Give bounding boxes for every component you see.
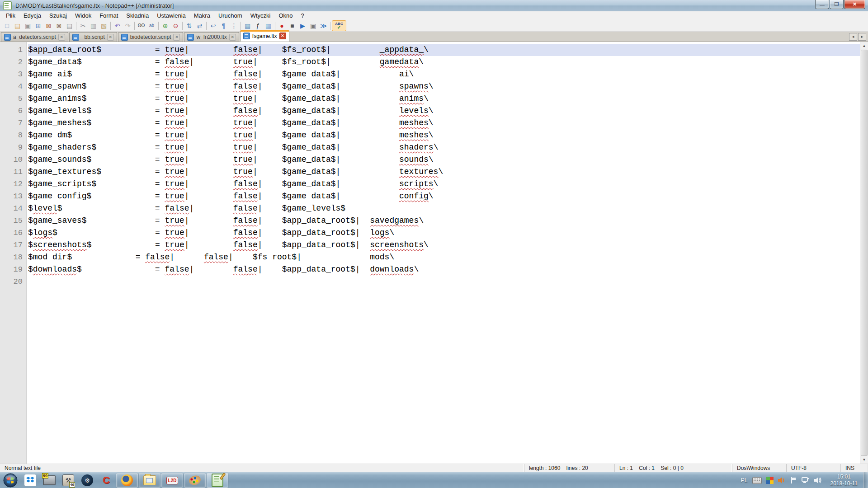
notepad-plus-plus-window-icon[interactable]	[3, 1, 12, 10]
line-text[interactable]	[28, 276, 860, 288]
minimize-button[interactable]: —	[815, 0, 829, 9]
menu-item-okno[interactable]: Okno	[274, 12, 297, 19]
editor-line[interactable]: 3$game_ai$ = true| false| $game_data$| a…	[0, 68, 860, 80]
menu-item-uruchom[interactable]: Uruchom	[214, 12, 246, 19]
editor-line[interactable]: 18$mod_dir$ = false| false| $fs_root$| m…	[0, 251, 860, 263]
action-center-flag-icon[interactable]	[791, 477, 797, 484]
tab-close-icon[interactable]: ✕	[279, 33, 286, 39]
close-button[interactable]: ✕	[844, 0, 865, 9]
editor[interactable]: 1$app_data_root$ = true| false| $fs_root…	[0, 42, 868, 464]
line-text[interactable]: $game_spawn$ = true| false| $game_data$|…	[28, 80, 860, 93]
menu-item-?[interactable]: ?	[297, 12, 308, 19]
menu-item-edycja[interactable]: Edycja	[19, 12, 45, 19]
save-icon[interactable]: ▣	[23, 21, 33, 31]
line-text[interactable]: $game_sounds$ = true| true| $game_data$|…	[28, 154, 860, 166]
macro-run-multiple-icon[interactable]: ≫	[318, 21, 329, 31]
scroll-down-arrow[interactable]: ▼	[860, 456, 868, 464]
paint-app-icon[interactable]	[184, 473, 206, 488]
print-icon[interactable]: ▤	[64, 21, 75, 31]
editor-line[interactable]: 17$screenshots$ = true| false| $app_data…	[0, 239, 860, 251]
ccleaner-icon[interactable]: C	[97, 473, 115, 488]
tool-gauge-icon[interactable]: ⚒46	[59, 473, 77, 488]
start-button[interactable]	[1, 473, 19, 488]
macro-save-icon[interactable]: ▣	[308, 21, 318, 31]
paste-icon[interactable]: ▧	[99, 21, 109, 31]
tab-scroll-left-icon[interactable]: ◄	[849, 33, 857, 41]
language-indicator[interactable]: PL	[741, 477, 748, 483]
word-wrap-icon[interactable]: ↩	[208, 21, 218, 31]
menu-item-wtyczki[interactable]: Wtyczki	[246, 12, 275, 19]
firefox-icon[interactable]	[116, 473, 138, 488]
editor-line[interactable]: 15$game_saves$ = true| false| $app_data_…	[0, 215, 860, 227]
keyboard-icon[interactable]	[752, 477, 762, 484]
macro-play-icon[interactable]: ▶	[297, 21, 308, 31]
redo-icon[interactable]: ↷	[123, 21, 133, 31]
menu-item-widok[interactable]: Widok	[71, 12, 95, 19]
l2d-icon[interactable]: L2D	[161, 473, 183, 488]
cut-icon[interactable]: ✂	[78, 21, 88, 31]
code-area[interactable]: 1$app_data_root$ = true| false| $fs_root…	[0, 44, 860, 288]
menu-item-plik[interactable]: Plik	[2, 12, 19, 19]
tab-fsgame-ltx[interactable]: fsgame.ltx✕	[240, 30, 289, 42]
monitor-icon[interactable]: ▦	[263, 21, 274, 31]
system-meter-icon[interactable]: 99	[40, 473, 58, 488]
tab-close-icon[interactable]: ✕	[173, 34, 180, 41]
zoom-out-icon[interactable]: ⊖	[170, 21, 181, 31]
taskbar-clock[interactable]: 15:012018-10-11	[827, 474, 862, 487]
media-volume-icon[interactable]	[778, 477, 786, 484]
tab-a-detectors-script[interactable]: a_detectors.script✕	[1, 32, 68, 42]
editor-line[interactable]: 7$game_meshes$ = true| true| $game_data$…	[0, 117, 860, 129]
close-all-icon[interactable]: ⊠	[54, 21, 64, 31]
editor-line[interactable]: 14$level$ = false| false| $game_levels$	[0, 202, 860, 215]
line-text[interactable]: $game_meshes$ = true| true| $game_data$|…	[28, 117, 860, 129]
tab--bb-script[interactable]: _bb.script✕	[69, 32, 117, 42]
tab-close-icon[interactable]: ✕	[107, 34, 114, 41]
find-icon[interactable]: ʘʘ	[136, 21, 146, 31]
line-text[interactable]: $game_anims$ = true| true| $game_data$| …	[28, 93, 860, 105]
indent-guide-icon[interactable]: ⋮	[229, 21, 239, 31]
new-file-icon[interactable]: □	[2, 21, 12, 31]
scroll-up-arrow[interactable]: ▲	[860, 42, 868, 50]
line-text[interactable]: $game_scripts$ = true| false| $game_data…	[28, 178, 860, 190]
line-text[interactable]: $game_config$ = true| false| $game_data$…	[28, 190, 860, 202]
replace-icon[interactable]: ab	[146, 21, 157, 31]
line-text[interactable]: $game_textures$ = true| true| $game_data…	[28, 166, 860, 178]
line-text[interactable]: $level$ = false| false| $game_levels$	[28, 202, 860, 215]
line-text[interactable]: $mod_dir$ = false| false| $fs_root$| mod…	[28, 251, 860, 263]
editor-line[interactable]: 13$game_config$ = true| false| $game_dat…	[0, 190, 860, 202]
line-text[interactable]: $game_saves$ = true| false| $app_data_ro…	[28, 215, 860, 227]
line-text[interactable]: $logs$ = true| false| $app_data_root$| l…	[28, 227, 860, 239]
line-text[interactable]: $app_data_root$ = true| false| $fs_root$…	[28, 44, 860, 56]
doc-map-icon[interactable]: ▦	[242, 21, 253, 31]
menu-item-makra[interactable]: Makra	[190, 12, 214, 19]
menu-item-ustawienia[interactable]: Ustawienia	[153, 12, 190, 19]
close-icon[interactable]: ⊠	[43, 21, 54, 31]
vertical-scrollbar[interactable]: ▲ ▼	[860, 42, 868, 464]
editor-line[interactable]: 10$game_sounds$ = true| true| $game_data…	[0, 154, 860, 166]
copy-icon[interactable]: ▥	[88, 21, 99, 31]
editor-line[interactable]: 5$game_anims$ = true| true| $game_data$|…	[0, 93, 860, 105]
menu-item-skadnia[interactable]: Składnia	[122, 12, 153, 19]
editor-line[interactable]: 19$downloads$ = false| false| $app_data_…	[0, 263, 860, 276]
editor-line[interactable]: 16$logs$ = true| false| $app_data_root$|…	[0, 227, 860, 239]
undo-icon[interactable]: ↶	[112, 21, 123, 31]
scrollbar-thumb[interactable]	[861, 50, 868, 456]
show-all-chars-icon[interactable]: ¶	[218, 21, 229, 31]
editor-line[interactable]: 2$game_data$ = false| true| $fs_root$| g…	[0, 56, 860, 68]
spell-check-icon[interactable]: ABC✓	[332, 20, 346, 31]
editor-line[interactable]: 1$app_data_root$ = true| false| $fs_root…	[0, 44, 860, 56]
notepad-plus-plus-icon[interactable]	[207, 473, 228, 488]
steam-icon[interactable]: ⚙	[78, 473, 96, 488]
volume-icon[interactable]	[814, 477, 822, 484]
line-text[interactable]: $screenshots$ = true| false| $app_data_r…	[28, 239, 860, 251]
editor-line[interactable]: 4$game_spawn$ = true| false| $game_data$…	[0, 80, 860, 93]
tab-close-icon[interactable]: ✕	[58, 34, 65, 41]
maximize-button[interactable]: ❐	[830, 0, 844, 9]
macro-record-icon[interactable]: ●	[277, 21, 287, 31]
show-desktop-button[interactable]	[863, 472, 868, 488]
line-text[interactable]: $game_dm$ = true| true| $game_data$| mes…	[28, 129, 860, 141]
editor-line[interactable]: 9$game_shaders$ = true| true| $game_data…	[0, 141, 860, 154]
open-file-icon[interactable]: ▤	[12, 21, 23, 31]
security-quad-icon[interactable]	[766, 477, 774, 484]
macro-stop-icon[interactable]: ■	[287, 21, 297, 31]
